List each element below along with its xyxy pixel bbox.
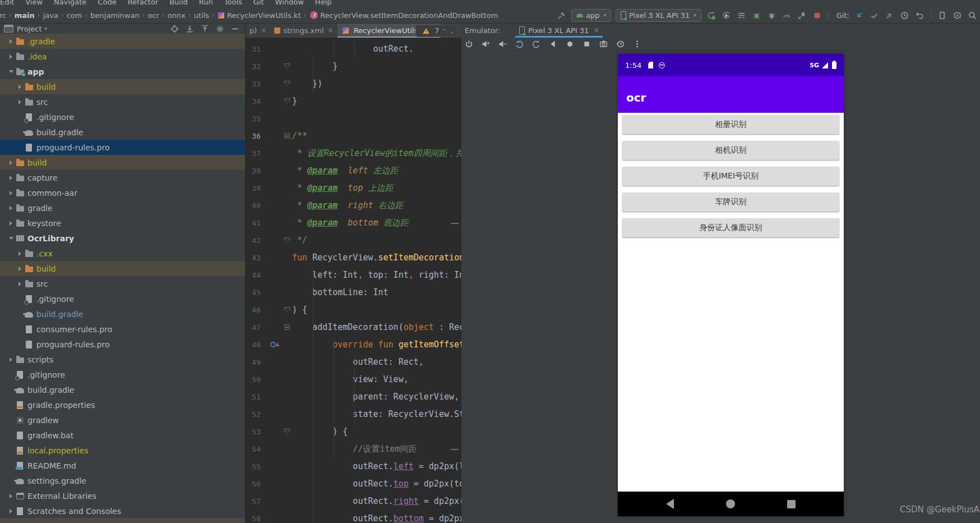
menu-item-build[interactable]: Build bbox=[169, 0, 188, 6]
locate-icon[interactable] bbox=[169, 24, 180, 34]
menu-item-git[interactable]: Git bbox=[253, 0, 264, 6]
profile-icon[interactable] bbox=[766, 10, 777, 21]
chevron-right-icon[interactable] bbox=[7, 206, 15, 210]
android-recents-button[interactable] bbox=[787, 500, 796, 508]
tree-item-capture[interactable]: capture bbox=[0, 170, 245, 185]
emulator-volume-down-icon[interactable] bbox=[498, 39, 507, 49]
emulator-screenshot-icon[interactable] bbox=[599, 39, 608, 49]
app-button[interactable]: 相机识别 bbox=[622, 141, 839, 160]
fold-marker-icon[interactable] bbox=[284, 133, 290, 139]
module-selector[interactable]: app ▾ bbox=[571, 9, 611, 22]
debug-icon[interactable] bbox=[751, 10, 762, 21]
apply-code-changes-icon[interactable] bbox=[721, 10, 732, 21]
attach-debugger-icon[interactable] bbox=[797, 10, 807, 21]
breadcrumb-item[interactable]: ocr bbox=[148, 11, 159, 20]
override-method-icon[interactable] bbox=[270, 342, 276, 347]
profiler-icon[interactable] bbox=[782, 10, 792, 21]
fold-marker-icon[interactable] bbox=[284, 429, 290, 434]
app-button[interactable]: 相册识别 bbox=[622, 115, 839, 134]
tree-item-scripts[interactable]: scripts bbox=[0, 352, 245, 367]
app-button[interactable]: 车牌识别 bbox=[622, 192, 839, 212]
next-warning-icon[interactable]: ⌃ bbox=[450, 28, 454, 34]
tree-item-build.gradle[interactable]: build.gradle bbox=[0, 382, 245, 397]
tree-item-build[interactable]: build bbox=[0, 261, 245, 276]
commit-icon[interactable] bbox=[869, 10, 880, 21]
chevron-right-icon[interactable] bbox=[7, 221, 15, 226]
app-button[interactable]: 手机IMEI号识别 bbox=[622, 167, 839, 186]
tree-item-consumer-rules.pro[interactable]: consumer-rules.pro bbox=[0, 322, 245, 337]
fold-marker-icon[interactable] bbox=[284, 307, 290, 313]
menu-item-window[interactable]: Window bbox=[275, 0, 304, 6]
tree-item-Scratches-and-Consoles[interactable]: Scratches and Consoles bbox=[0, 503, 245, 519]
tree-item-build.gradle[interactable]: build.gradle bbox=[0, 125, 245, 140]
project-tree[interactable]: .gradle.ideaappbuildsrc.gitignorebuild.g… bbox=[0, 34, 245, 523]
menu-item-code[interactable]: Code bbox=[98, 0, 116, 6]
sdk-manager-icon[interactable] bbox=[952, 10, 963, 21]
fold-marker-icon[interactable] bbox=[284, 63, 290, 69]
chevron-right-icon[interactable] bbox=[7, 39, 15, 44]
emulator-volume-up-icon[interactable] bbox=[481, 39, 491, 49]
tree-item-gradle.properties[interactable]: gradle.properties bbox=[0, 397, 245, 412]
push-icon[interactable] bbox=[884, 10, 895, 21]
chevron-right-icon[interactable] bbox=[7, 191, 15, 195]
chevron-right-icon[interactable] bbox=[7, 54, 15, 59]
chevron-down-icon[interactable] bbox=[7, 237, 15, 240]
breadcrumb-item[interactable]: src bbox=[0, 11, 6, 20]
android-back-button[interactable] bbox=[666, 499, 674, 509]
tree-item-.gitignore[interactable]: .gitignore bbox=[0, 291, 245, 306]
fold-marker-icon[interactable] bbox=[284, 237, 290, 243]
tree-item-src[interactable]: src bbox=[0, 276, 245, 291]
tree-item-.idea[interactable]: .idea bbox=[0, 49, 245, 64]
tree-item-src[interactable]: src bbox=[0, 94, 245, 109]
stop-icon[interactable] bbox=[812, 10, 822, 21]
breadcrumb-item[interactable]: benjaminwan bbox=[90, 11, 139, 20]
code-editor[interactable]: 31 outRect.32 }33 })34}3536/**37 * 设置Rec… bbox=[246, 38, 461, 523]
emulator-overview-icon[interactable] bbox=[582, 39, 591, 49]
build-hammer-icon[interactable] bbox=[556, 10, 567, 21]
apply-changes-icon[interactable] bbox=[706, 10, 716, 21]
close-icon[interactable]: × bbox=[328, 26, 334, 34]
breadcrumb-item[interactable]: utils bbox=[194, 11, 209, 20]
search-icon[interactable] bbox=[967, 10, 978, 21]
close-icon[interactable]: × bbox=[593, 26, 599, 34]
emulator-power-icon[interactable] bbox=[464, 39, 474, 49]
update-project-icon[interactable] bbox=[854, 10, 865, 21]
fold-marker-icon[interactable] bbox=[284, 98, 290, 104]
tree-item-.gitignore[interactable]: .gitignore bbox=[0, 367, 245, 382]
breadcrumb-item[interactable]: main bbox=[15, 11, 35, 20]
editor-tab-strings.xml[interactable]: strings.xml× bbox=[270, 23, 337, 38]
menu-item-view[interactable]: View bbox=[25, 0, 43, 6]
chevron-right-icon[interactable] bbox=[16, 251, 24, 256]
close-icon[interactable]: × bbox=[261, 26, 266, 34]
inspections-widget[interactable]: 7 ⌃ ⌃ bbox=[415, 25, 459, 37]
menu-item-refactor[interactable]: Refactor bbox=[128, 0, 159, 6]
tree-item-build[interactable]: build bbox=[0, 155, 245, 170]
emulator-rotate-left-icon[interactable] bbox=[515, 39, 524, 49]
chevron-right-icon[interactable] bbox=[7, 494, 15, 498]
settings-icon[interactable] bbox=[215, 24, 225, 34]
tree-item-local.properties[interactable]: local.properties bbox=[0, 443, 245, 458]
chevron-down-icon[interactable]: ▾ bbox=[44, 26, 47, 31]
chevron-right-icon[interactable] bbox=[7, 160, 15, 165]
editor-area[interactable]: p)×strings.xml×RecyclerViewUtils.kt×⌄ 7 … bbox=[246, 23, 461, 523]
tree-item-.gradle[interactable]: .gradle bbox=[0, 34, 245, 49]
android-home-button[interactable] bbox=[726, 499, 735, 508]
menu-item-tools[interactable]: Tools bbox=[224, 0, 242, 6]
tree-item-External-Libraries[interactable]: External Libraries bbox=[0, 488, 245, 503]
editor-tab-p[interactable]: p)× bbox=[246, 23, 270, 38]
fold-marker-icon[interactable] bbox=[284, 81, 290, 86]
tree-item-.cxx[interactable]: .cxx bbox=[0, 246, 245, 261]
tree-item-gradle[interactable]: gradle bbox=[0, 200, 245, 215]
emulator-snapshots-icon[interactable] bbox=[616, 39, 625, 49]
tree-item-common-aar[interactable]: common-aar bbox=[0, 185, 245, 200]
emulator-back-icon[interactable] bbox=[548, 39, 558, 49]
tree-item-gradlew[interactable]: gradlew bbox=[0, 412, 245, 428]
breadcrumb-item[interactable]: java bbox=[43, 11, 58, 20]
menu-item-edit[interactable]: Edit bbox=[0, 0, 14, 6]
collapse-all-icon[interactable] bbox=[200, 24, 210, 34]
breadcrumb-item[interactable]: com bbox=[67, 11, 82, 20]
chevron-right-icon[interactable] bbox=[16, 267, 24, 271]
rollback-icon[interactable] bbox=[914, 10, 925, 21]
tree-item-build.gradle[interactable]: build.gradle bbox=[0, 306, 245, 322]
tree-item-.gitignore[interactable]: .gitignore bbox=[0, 109, 245, 125]
